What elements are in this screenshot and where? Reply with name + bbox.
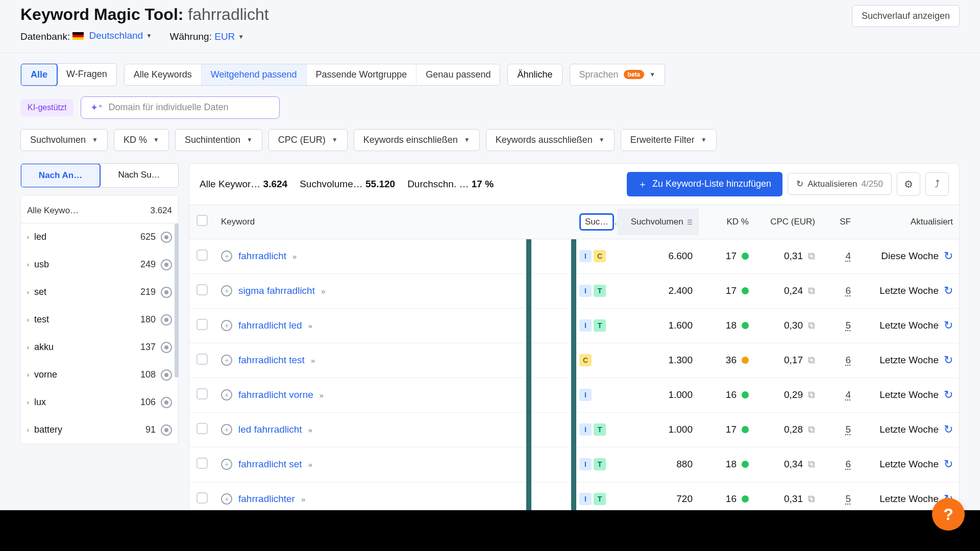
expand-icon[interactable]: + (221, 285, 232, 296)
eye-icon[interactable] (161, 287, 172, 298)
serp-icon[interactable]: ⧉ (808, 251, 815, 262)
row-checkbox[interactable] (197, 354, 208, 365)
tab-similar[interactable]: Ähnliche (507, 64, 562, 86)
expand-icon[interactable]: + (221, 251, 232, 262)
expand-icon[interactable]: + (221, 424, 232, 435)
sidebar-all-keywords[interactable]: Alle Keywo… 3.624 (20, 195, 179, 223)
row-checkbox[interactable] (197, 249, 208, 261)
keyword-link[interactable]: fahrradlicht test (238, 355, 305, 366)
expand-icon[interactable]: + (221, 320, 232, 331)
tab-all-keywords[interactable]: Alle Keywords (125, 64, 202, 85)
col-intent[interactable]: Suc… (570, 205, 617, 239)
sidebar-item-battery[interactable]: ›battery91 (21, 416, 178, 444)
filter-keywords-ausschlie-en[interactable]: Keywords ausschließen▼ (486, 129, 615, 151)
serp-icon[interactable]: ⧉ (808, 320, 815, 331)
sf-cell[interactable]: 4 (821, 251, 857, 262)
tab-broad-match[interactable]: Weitgehend passend (202, 64, 307, 85)
expand-icon[interactable]: + (221, 493, 232, 505)
languages-selector[interactable]: Sprachen beta ▼ (570, 64, 666, 86)
export-button[interactable]: ⤴ (925, 172, 949, 196)
sidebar-item-usb[interactable]: ›usb249 (21, 251, 178, 279)
row-refresh-icon[interactable]: ↻ (944, 249, 953, 263)
row-refresh-icon[interactable]: ↻ (944, 284, 953, 297)
eye-icon[interactable] (161, 397, 172, 408)
sidebar-tab-bysearch[interactable]: Nach Su… (100, 164, 178, 187)
sf-cell[interactable]: 6 (821, 355, 857, 366)
sidebar-tab-byamount[interactable]: Nach An… (20, 163, 101, 188)
currency-selector[interactable]: EUR ▼ (214, 31, 244, 42)
row-checkbox[interactable] (197, 492, 208, 504)
help-button[interactable]: ? (932, 498, 965, 531)
serp-icon[interactable]: ⧉ (808, 285, 815, 296)
sidebar-item-vorne[interactable]: ›vorne108 (21, 361, 178, 389)
eye-icon[interactable] (161, 424, 172, 436)
refresh-button[interactable]: ↻ Aktualisieren 4/250 (788, 173, 892, 195)
sidebar-item-akku[interactable]: ›akku137 (21, 334, 178, 361)
row-checkbox[interactable] (197, 284, 208, 295)
row-checkbox[interactable] (197, 319, 208, 330)
row-refresh-icon[interactable]: ↻ (944, 319, 953, 332)
eye-icon[interactable] (161, 232, 172, 243)
sidebar-item-test[interactable]: ›test180 (21, 306, 178, 334)
sf-cell[interactable]: 6 (821, 459, 857, 470)
keyword-link[interactable]: fahrradlicht vorne (238, 389, 313, 400)
serp-icon[interactable]: ⧉ (808, 355, 815, 366)
tab-alle[interactable]: Alle (20, 63, 58, 86)
tab-wfragen[interactable]: W-Fragen (57, 64, 116, 86)
select-all-checkbox[interactable] (197, 215, 208, 226)
domain-input[interactable]: ✦⁺ Domain für individuelle Daten (81, 96, 280, 119)
keyword-link[interactable]: fahrradlichter (238, 493, 295, 505)
serp-icon[interactable]: ⧉ (808, 424, 815, 435)
row-refresh-icon[interactable]: ↻ (944, 354, 953, 367)
expand-icon[interactable]: + (221, 459, 232, 470)
sf-cell[interactable]: 5 (821, 493, 857, 505)
row-checkbox[interactable] (197, 458, 208, 469)
tab-exact-match[interactable]: Genau passend (416, 64, 500, 85)
filter-cpc-eur-[interactable]: CPC (EUR)▼ (268, 129, 348, 151)
keyword-link[interactable]: sigma fahrradlicht (238, 285, 315, 296)
eye-icon[interactable] (161, 314, 172, 325)
scrollbar[interactable] (175, 223, 179, 378)
sf-cell[interactable]: 5 (821, 424, 857, 435)
col-cpc[interactable]: CPC (EUR) (755, 209, 821, 235)
sf-cell[interactable]: 4 (821, 389, 857, 400)
keyword-link[interactable]: led fahrradlicht (238, 424, 302, 435)
row-checkbox[interactable] (197, 388, 208, 399)
row-refresh-icon[interactable]: ↻ (944, 388, 953, 402)
expand-icon[interactable]: + (221, 389, 232, 400)
row-refresh-icon[interactable]: ↻ (944, 423, 953, 436)
row-refresh-icon[interactable]: ↻ (944, 458, 953, 471)
sidebar-item-lux[interactable]: ›lux106 (21, 389, 178, 416)
keyword-link[interactable]: fahrradlicht (238, 251, 286, 262)
col-sf[interactable]: SF (821, 209, 857, 235)
filter-kd-[interactable]: KD %▼ (114, 129, 169, 151)
row-checkbox[interactable] (197, 423, 208, 434)
serp-icon[interactable]: ⧉ (808, 389, 815, 400)
add-to-list-button[interactable]: ＋ Zu Keyword-Liste hinzufügen (627, 172, 782, 196)
col-updated[interactable]: Aktualisiert (857, 209, 959, 235)
keyword-link[interactable]: fahrradlicht set (238, 459, 302, 470)
serp-icon[interactable]: ⧉ (808, 493, 815, 505)
settings-button[interactable]: ⚙ (897, 172, 920, 196)
col-kd[interactable]: KD % (699, 209, 755, 235)
eye-icon[interactable] (161, 342, 172, 353)
eye-icon[interactable] (161, 369, 172, 381)
filter-suchvolumen[interactable]: Suchvolumen▼ (20, 129, 108, 151)
sf-cell[interactable]: 6 (821, 285, 857, 296)
volume-cell: 1.300 (617, 355, 699, 366)
filter-keywords-einschlie-en[interactable]: Keywords einschließen▼ (354, 129, 480, 151)
eye-icon[interactable] (161, 259, 172, 270)
sf-cell[interactable]: 5 (821, 320, 857, 331)
tab-phrase-match[interactable]: Passende Wortgruppe (307, 64, 417, 85)
sidebar-item-set[interactable]: ›set219 (21, 279, 178, 306)
database-selector[interactable]: Deutschland ▼ (72, 30, 152, 41)
col-keyword[interactable]: Keyword (215, 209, 570, 235)
serp-icon[interactable]: ⧉ (808, 459, 815, 470)
keyword-link[interactable]: fahrradlicht led (238, 320, 302, 331)
history-button[interactable]: Suchverlauf anzeigen (852, 5, 960, 27)
expand-icon[interactable]: + (221, 355, 232, 366)
sidebar-item-led[interactable]: ›led625 (21, 223, 178, 251)
filter-erweiterte-filter[interactable]: Erweiterte Filter▼ (621, 129, 717, 151)
col-volume[interactable]: Suchvolumen ☰ (617, 209, 699, 235)
filter-suchintention[interactable]: Suchintention▼ (175, 129, 262, 151)
